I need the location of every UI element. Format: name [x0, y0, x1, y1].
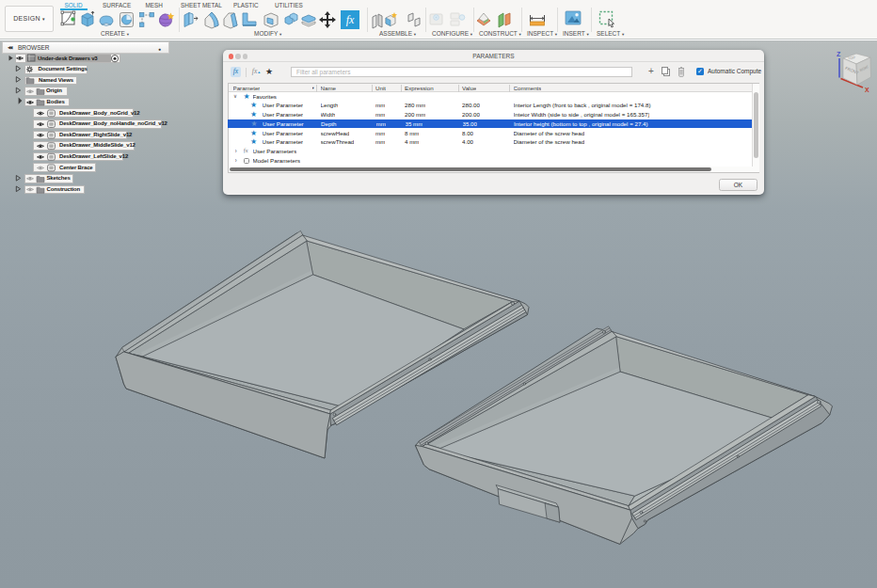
- svg-text:X: X: [865, 87, 869, 93]
- svg-text:Z: Z: [837, 51, 841, 57]
- svg-text:fx: fx: [346, 13, 355, 26]
